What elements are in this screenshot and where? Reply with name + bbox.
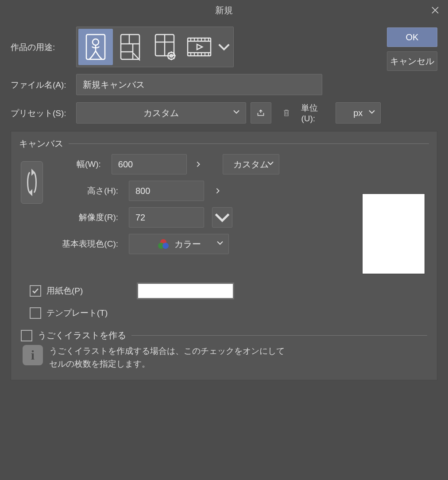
chevron-down-icon <box>212 208 232 227</box>
comic-page-icon <box>119 33 142 61</box>
titlebar: 新規 <box>0 0 448 20</box>
chevron-down-icon <box>232 108 240 116</box>
purpose-label: 作品の用途: <box>11 41 76 53</box>
template-checkbox[interactable] <box>30 307 41 319</box>
chevron-right-icon <box>195 161 202 168</box>
template-label[interactable]: テンプレート(T) <box>46 307 108 319</box>
preset-value: カスタム <box>143 107 179 119</box>
preset-label: プリセット(S): <box>11 107 76 119</box>
resolution-input[interactable] <box>129 207 204 228</box>
resolution-label: 解像度(R): <box>49 212 124 223</box>
trash-icon <box>282 109 290 117</box>
chevron-down-icon <box>266 159 274 167</box>
canvas-group-title: キャンバス <box>19 138 63 150</box>
delete-preset-button[interactable] <box>276 102 297 124</box>
info-icon: i <box>23 345 43 365</box>
resolution-dropdown-button[interactable] <box>212 207 232 228</box>
colormode-value: カラー <box>174 238 201 250</box>
height-label: 高さ(H): <box>49 185 124 197</box>
comic-gear-icon <box>153 33 176 61</box>
check-icon <box>31 287 39 295</box>
chevron-down-icon <box>368 108 376 116</box>
height-input[interactable] <box>129 181 204 201</box>
animation-group-title[interactable]: うごくイラストを作る <box>38 329 126 341</box>
svg-rect-2 <box>121 35 139 59</box>
width-label: 幅(W): <box>49 159 107 170</box>
canvas-panel: キャンバス 幅(W): <box>11 131 437 380</box>
animation-info-text: うごくイラストを作成する場合は、このチェックをオンにしてセルの枚数を指定します。 <box>49 345 285 370</box>
canvas-preview <box>363 194 425 274</box>
colormode-dropdown[interactable]: カラー <box>129 234 229 254</box>
purpose-more-button[interactable] <box>216 29 232 65</box>
colormode-label: 基本表現色(C): <box>49 238 124 250</box>
ok-button[interactable]: OK <box>387 27 437 47</box>
film-play-icon <box>186 36 212 58</box>
save-preset-icon <box>257 109 265 117</box>
chevron-right-icon <box>214 187 221 194</box>
filename-label: ファイル名(A): <box>11 78 76 91</box>
swap-dimensions-button[interactable] <box>21 161 43 204</box>
close-button[interactable] <box>422 0 448 20</box>
width-input[interactable] <box>112 154 187 174</box>
unit-value: px <box>353 108 363 118</box>
rgb-circles-icon <box>157 238 170 250</box>
animation-checkbox[interactable] <box>21 330 32 341</box>
paper-color-checkbox[interactable] <box>30 285 41 297</box>
paper-color-label[interactable]: 用紙色(P) <box>46 285 83 297</box>
divider <box>131 335 427 336</box>
unit-label: 単位(U): <box>301 102 330 124</box>
width-step-button[interactable] <box>191 154 205 174</box>
close-icon <box>431 6 439 14</box>
purpose-animation-button[interactable] <box>182 29 216 65</box>
preset-dropdown[interactable]: カスタム <box>76 102 246 124</box>
divider <box>69 143 429 144</box>
svg-point-1 <box>93 39 99 45</box>
chevron-down-icon <box>216 39 232 54</box>
purpose-comic-button[interactable] <box>113 29 147 65</box>
size-preset-dropdown[interactable]: カスタム <box>223 154 279 174</box>
purpose-comic-settings-button[interactable] <box>147 29 182 65</box>
paper-color-swatch[interactable] <box>137 283 234 299</box>
purpose-illustration-button[interactable] <box>78 29 113 65</box>
window-title: 新規 <box>215 4 233 16</box>
unit-dropdown[interactable]: px <box>336 102 381 124</box>
size-preset-value: カスタム <box>233 159 269 170</box>
illustration-icon <box>84 33 107 61</box>
filename-input[interactable] <box>76 74 322 95</box>
chevron-down-icon <box>216 239 224 247</box>
svg-point-9 <box>162 243 169 249</box>
purpose-toolbar <box>76 27 234 67</box>
save-preset-button[interactable] <box>251 102 271 124</box>
swap-arrows-icon <box>24 166 39 199</box>
height-step-button[interactable] <box>209 181 227 201</box>
cancel-button[interactable]: キャンセル <box>387 51 437 71</box>
